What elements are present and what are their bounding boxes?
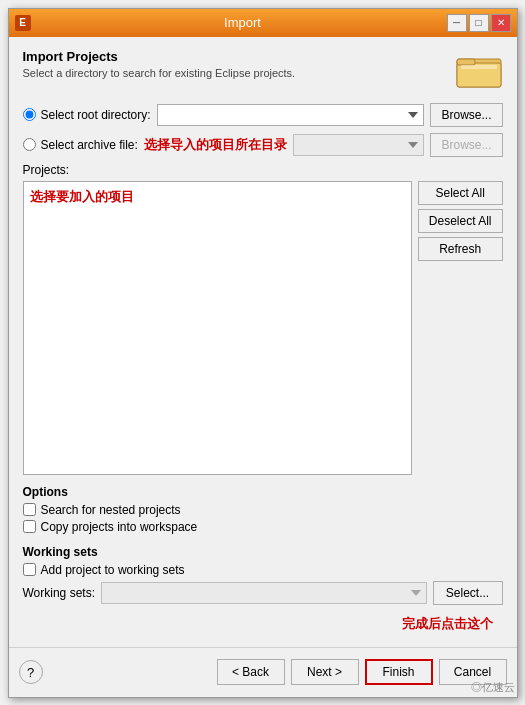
working-sets-dropdown[interactable] bbox=[101, 582, 427, 604]
copy-projects-label: Copy projects into workspace bbox=[41, 520, 198, 534]
copy-projects-checkbox[interactable] bbox=[23, 520, 36, 533]
select-archive-radio[interactable] bbox=[23, 138, 36, 151]
search-nested-label: Search for nested projects bbox=[41, 503, 181, 517]
finish-button[interactable]: Finish bbox=[365, 659, 433, 685]
options-title: Options bbox=[23, 485, 503, 499]
svg-rect-3 bbox=[461, 65, 497, 69]
bottom-right: < Back Next > Finish Cancel bbox=[217, 659, 507, 685]
options-section: Options Search for nested projects Copy … bbox=[23, 485, 503, 537]
projects-buttons: Select All Deselect All Refresh bbox=[418, 181, 503, 475]
maximize-button[interactable]: □ bbox=[469, 14, 489, 32]
dialog-title: Import Projects bbox=[23, 49, 445, 64]
projects-label: Projects: bbox=[23, 163, 503, 177]
select-all-button[interactable]: Select All bbox=[418, 181, 503, 205]
archive-file-dropdown[interactable] bbox=[293, 134, 425, 156]
add-working-sets-label: Add project to working sets bbox=[41, 563, 185, 577]
add-working-sets-checkbox[interactable] bbox=[23, 563, 36, 576]
select-working-sets-button[interactable]: Select... bbox=[433, 581, 503, 605]
working-sets-label: Working sets: bbox=[23, 586, 95, 600]
dialog-subtitle: Select a directory to search for existin… bbox=[23, 67, 445, 79]
close-button[interactable]: ✕ bbox=[491, 14, 511, 32]
window-controls: ─ □ ✕ bbox=[447, 14, 511, 32]
refresh-button[interactable]: Refresh bbox=[418, 237, 503, 261]
bottom-bar: ? < Back Next > Finish Cancel bbox=[9, 647, 517, 697]
browse-root-button[interactable]: Browse... bbox=[430, 103, 502, 127]
svg-rect-2 bbox=[457, 59, 475, 65]
archive-hint: 选择导入的项目所在目录 bbox=[144, 136, 287, 154]
select-root-label[interactable]: Select root directory: bbox=[23, 108, 151, 122]
working-sets-section: Working sets Add project to working sets… bbox=[23, 545, 503, 605]
browse-archive-button[interactable]: Browse... bbox=[430, 133, 502, 157]
header-section: Import Projects Select a directory to se… bbox=[23, 49, 503, 89]
title-bar: E Import ─ □ ✕ bbox=[9, 9, 517, 37]
bottom-left: ? bbox=[19, 660, 43, 684]
projects-list[interactable]: 选择要加入的项目 bbox=[23, 181, 412, 475]
back-button[interactable]: < Back bbox=[217, 659, 285, 685]
import-window: E Import ─ □ ✕ Import Projects Select a … bbox=[8, 8, 518, 698]
projects-area: 选择要加入的项目 Select All Deselect All Refresh bbox=[23, 181, 503, 475]
dialog-content: Import Projects Select a directory to se… bbox=[9, 37, 517, 647]
window-title: Import bbox=[39, 15, 447, 30]
finish-annotation: 完成后点击这个 bbox=[23, 615, 503, 633]
watermark: ◎亿速云 bbox=[471, 680, 515, 695]
copy-projects-row: Copy projects into workspace bbox=[23, 520, 503, 534]
working-sets-title: Working sets bbox=[23, 545, 503, 559]
help-button[interactable]: ? bbox=[19, 660, 43, 684]
select-archive-label[interactable]: Select archive file: bbox=[23, 138, 138, 152]
select-root-radio[interactable] bbox=[23, 108, 36, 121]
add-to-working-sets-row: Add project to working sets bbox=[23, 563, 503, 577]
folder-icon bbox=[455, 49, 503, 89]
search-nested-checkbox[interactable] bbox=[23, 503, 36, 516]
select-archive-row: Select archive file: 选择导入的项目所在目录 Browse.… bbox=[23, 133, 503, 157]
projects-hint: 选择要加入的项目 bbox=[30, 189, 134, 204]
minimize-button[interactable]: ─ bbox=[447, 14, 467, 32]
header-text: Import Projects Select a directory to se… bbox=[23, 49, 445, 79]
app-icon: E bbox=[15, 15, 31, 31]
working-sets-row: Working sets: Select... bbox=[23, 581, 503, 605]
select-root-row: Select root directory: Browse... bbox=[23, 103, 503, 127]
search-nested-row: Search for nested projects bbox=[23, 503, 503, 517]
deselect-all-button[interactable]: Deselect All bbox=[418, 209, 503, 233]
root-directory-dropdown[interactable] bbox=[157, 104, 425, 126]
next-button[interactable]: Next > bbox=[291, 659, 359, 685]
